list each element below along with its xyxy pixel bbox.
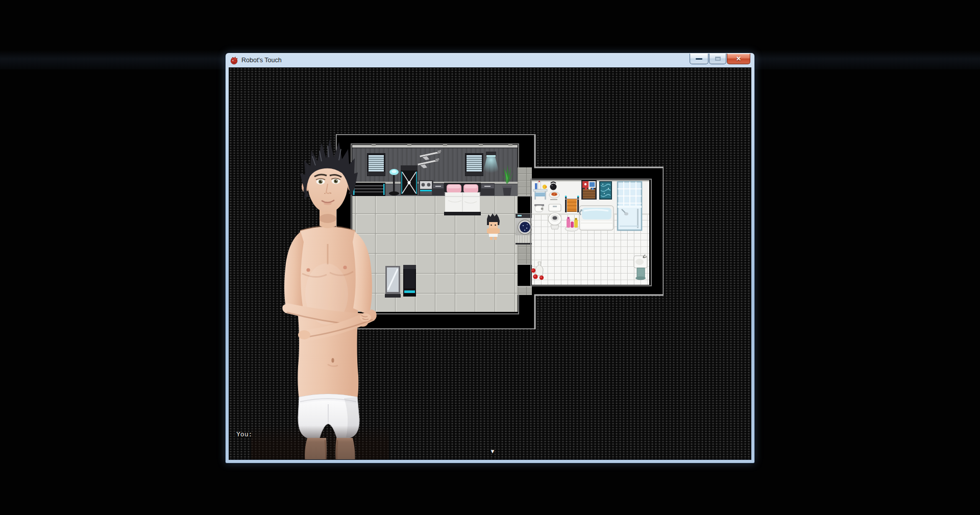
bathtub — [579, 206, 614, 230]
wardrobe — [401, 165, 418, 195]
chair — [403, 265, 416, 297]
desktop: Robot's Touch ✕ — [0, 0, 980, 515]
window-title: Robot's Touch — [241, 57, 282, 64]
maximize-button[interactable] — [709, 54, 726, 64]
wall-poster — [599, 181, 612, 200]
continue-indicator[interactable]: ▼ — [487, 448, 498, 454]
washing-machine — [516, 214, 534, 244]
close-button[interactable]: ✕ — [727, 54, 750, 64]
nightstand-right — [481, 183, 495, 195]
bathroom — [531, 179, 651, 286]
minimize-icon — [696, 58, 702, 60]
doorway-bottom — [518, 264, 532, 286]
dialog-speaker: You: — [236, 428, 464, 440]
close-icon: ✕ — [736, 54, 741, 64]
rpg-maker-app-icon — [230, 56, 238, 65]
hero-head — [300, 139, 358, 228]
game-window: Robot's Touch ✕ — [225, 53, 755, 463]
laundry-basket — [581, 180, 597, 200]
stereo — [419, 180, 433, 195]
maximize-icon — [715, 57, 721, 61]
toilet-paper — [534, 204, 544, 212]
shower-stall — [618, 182, 642, 230]
dialog-text: You: Before leaving for work I should pu… — [236, 404, 464, 460]
doorway-top — [518, 196, 532, 214]
bed — [444, 183, 481, 215]
nightstand-left — [432, 183, 444, 195]
window-controls: ✕ — [690, 54, 750, 64]
game-screen[interactable]: You: Before leaving for work I should pu… — [229, 67, 751, 460]
window-blinds-right — [465, 153, 483, 176]
minimize-button[interactable] — [690, 54, 708, 64]
window-titlebar[interactable]: Robot's Touch ✕ — [226, 53, 754, 67]
